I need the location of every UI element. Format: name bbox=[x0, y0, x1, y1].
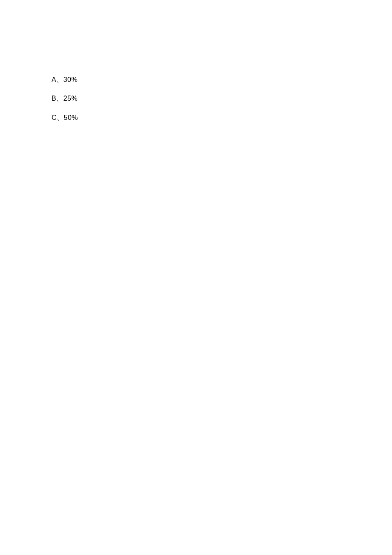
option-b: B、25% bbox=[52, 94, 78, 103]
option-c: C、50% bbox=[52, 113, 78, 122]
options-list: A、30% B、25% C、50% bbox=[52, 75, 78, 132]
option-a: A、30% bbox=[52, 75, 78, 84]
